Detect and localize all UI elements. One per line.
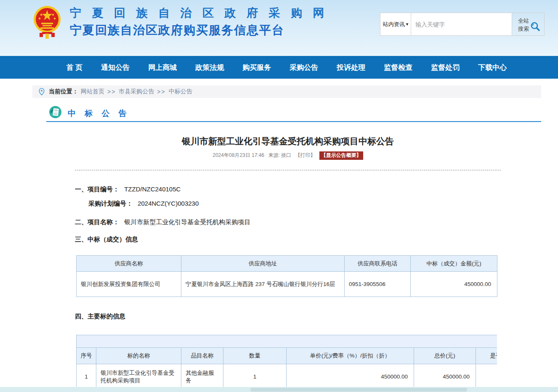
site-header: 宁 夏 回 族 自 治 区 政 府 采 购 网 宁夏回族自治区政府购买服务信息平…	[0, 0, 558, 56]
site-search: 站内资讯 ▾ 全站 搜索	[380, 13, 545, 36]
section-underline	[46, 121, 541, 122]
search-button[interactable]: 全站 搜索	[512, 13, 544, 35]
col-total-price: 总价(元)	[414, 348, 476, 364]
cell-supplier-address: 宁夏银川市金凤区上海西路 237 号石嘴山银行银川分行16层	[181, 272, 345, 297]
cell-unit-price: 450000.00	[287, 364, 414, 389]
breadcrumb-separator: >>	[157, 88, 165, 95]
plan-number-value: 2024NCZ(YC)003230	[138, 200, 199, 207]
col-item-name: 品目名称	[181, 348, 223, 364]
plan-number-line: 采购计划编号： 2024NCZ(YC)003230	[75, 199, 501, 208]
col-award-amount: 中标（成交）金额(元)	[411, 256, 497, 272]
search-button-label-2: 搜索	[518, 25, 531, 33]
table-header-row: 供应商名称 供应商地址 供应商联系电话 中标（成交）金额(元)	[77, 256, 497, 272]
col-clipped: 是否	[476, 348, 497, 364]
breadcrumb-link-home[interactable]: 网站首页	[81, 88, 104, 95]
col-supplier-name: 供应商名称	[77, 256, 181, 272]
nav-item-supervision-penalty[interactable]: 监督处罚	[431, 63, 460, 72]
cell-item-name: 其他金融服务	[181, 364, 223, 389]
nav-item-supervision-inspection[interactable]: 监督检查	[384, 63, 412, 72]
breadcrumb: 当前位置： 网站首页 >> 市县采购公告 >> 中标公告	[32, 85, 541, 98]
col-unit-price: 单价(元)/费率（%）/折扣（折）	[287, 348, 414, 364]
breadcrumb-link-city-county[interactable]: 市县采购公告	[119, 88, 154, 95]
show-summary-badge[interactable]: 【显示公告概要】	[319, 151, 363, 160]
document-icon	[49, 106, 61, 118]
table-header-row: 序号 标的名称 品目名称 数量 单价(元)/费率（%）/折扣（折） 总价(元) …	[77, 348, 497, 364]
section-title: 中 标 公 告	[68, 108, 130, 119]
nav-item-policies[interactable]: 政策法规	[195, 63, 224, 72]
col-subject-name: 标的名称	[96, 348, 181, 364]
search-input[interactable]	[411, 13, 512, 35]
chevron-down-icon: ▾	[406, 21, 409, 27]
cell-supplier-name: 银川创新发展投资集团有限公司	[77, 272, 181, 297]
cell-quantity: 1	[223, 364, 287, 389]
page: 宁 夏 回 族 自 治 区 政 府 采 购 网 宁夏回族自治区政府购买服务信息平…	[0, 0, 558, 392]
nav-item-notices[interactable]: 通知公告	[101, 63, 130, 72]
col-index: 序号	[77, 348, 96, 364]
award-info-table: 供应商名称 供应商地址 供应商联系电话 中标（成交）金额(元) 银川创新发展投资…	[76, 255, 497, 297]
subject-info-heading: 四、主要标的信息	[75, 313, 501, 320]
nav-item-complaints[interactable]: 投诉处理	[337, 63, 365, 72]
table-row: 银川创新发展投资集团有限公司 宁夏银川市金凤区上海西路 237 号石嘴山银行银川…	[77, 272, 497, 297]
nav-item-home[interactable]: 首 页	[66, 63, 83, 72]
cell-supplier-phone: 0951-3905506	[345, 272, 411, 297]
location-pin-icon	[39, 88, 45, 95]
publish-datetime: 2024年08月23日 17:46	[213, 152, 264, 158]
subject-info-table: 序号 标的名称 品目名称 数量 单价(元)/费率（%）/折扣（折） 总价(元) …	[76, 335, 497, 389]
article-meta: 2024年08月23日 17:46 来源: 接口 【打印】 【显示公告概要】	[75, 151, 501, 160]
search-category-select[interactable]: 站内资讯 ▾	[380, 13, 411, 35]
project-number-line: 一、项目编号： TZZD/NZC240105C	[75, 185, 501, 193]
horizontal-scrollbar[interactable]	[0, 387, 558, 392]
nav-item-online-mall[interactable]: 网上商城	[148, 63, 177, 72]
project-name-line: 二、项目名称： 银川市新型工业化引导基金受托机构采购项目	[75, 218, 501, 226]
print-button[interactable]: 【打印】	[295, 152, 315, 158]
site-title-line2: 宁夏回族自治区政府购买服务信息平台	[70, 22, 328, 38]
site-title-line1: 宁 夏 回 族 自 治 区 政 府 采 购 网	[70, 5, 328, 21]
page-title: 银川市新型工业化引导基金受托机构采购项目中标公告	[75, 135, 501, 147]
nav-item-download-center[interactable]: 下载中心	[478, 63, 507, 72]
project-number-label: 一、项目编号：	[75, 185, 119, 193]
search-icon	[530, 21, 541, 32]
scrollbar-thumb[interactable]	[250, 388, 467, 392]
main-nav: 首 页 通知公告 网上商城 政策法规 购买服务 采购公告 投诉处理 监督检查 监…	[0, 56, 558, 79]
table-empty-band-row	[77, 335, 497, 348]
announcement-article: 银川市新型工业化引导基金受托机构采购项目中标公告 2024年08月23日 17:…	[75, 135, 501, 389]
dashed-divider	[75, 170, 501, 170]
nav-item-purchase-services[interactable]: 购买服务	[242, 63, 271, 72]
cell-award-amount: 450000.00	[411, 272, 497, 297]
cell-total-price: 450000.00	[414, 364, 476, 389]
breadcrumb-separator: >>	[107, 88, 116, 95]
breadcrumb-label: 当前位置：	[49, 88, 78, 95]
search-button-label-1: 全站	[518, 17, 531, 25]
project-number-value: TZZD/NZC240105C	[124, 185, 181, 193]
table-row: 1 银川市新型工业化引导基金受托机构采购项目 其他金融服务 1 450000.0…	[77, 364, 497, 389]
plan-number-label: 采购计划编号：	[88, 200, 133, 207]
national-emblem-logo	[33, 3, 61, 39]
col-supplier-phone: 供应商联系电话	[345, 256, 411, 272]
col-supplier-address: 供应商地址	[181, 256, 345, 272]
cell-subject-name: 银川市新型工业化引导基金受托机构采购项目	[96, 364, 181, 389]
subject-table-scroll-area[interactable]: 序号 标的名称 品目名称 数量 单价(元)/费率（%）/折扣（折） 总价(元) …	[76, 335, 497, 389]
nav-item-procurement-announcements[interactable]: 采购公告	[290, 63, 318, 72]
project-name-label: 二、项目名称：	[75, 218, 119, 225]
award-info-heading: 三、中标（成交）信息	[75, 236, 501, 244]
cell-index: 1	[77, 364, 96, 389]
cell-clipped	[476, 364, 497, 389]
search-category-label: 站内资讯	[383, 21, 405, 28]
project-name-value: 银川市新型工业化引导基金受托机构采购项目	[124, 218, 250, 225]
col-quantity: 数量	[223, 348, 287, 364]
source-label: 来源: 接口	[268, 152, 291, 158]
breadcrumb-link-award[interactable]: 中标公告	[169, 88, 192, 95]
